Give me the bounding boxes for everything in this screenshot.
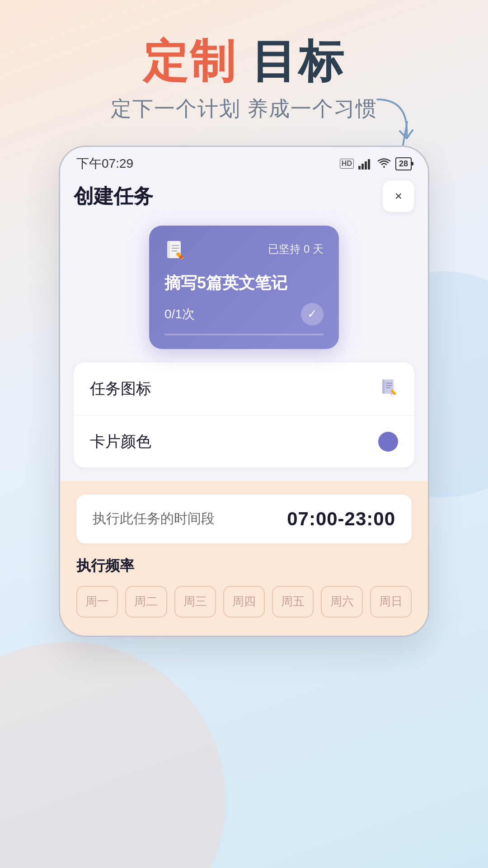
color-row[interactable]: 卡片颜色 [74,416,414,467]
weekday-btn-1[interactable]: 周二 [125,586,167,618]
color-swatch [378,432,398,452]
page-title: 创建任务 [74,183,153,210]
wifi-icon [377,158,391,169]
weekdays-row: 周一周二周三周四周五周六周日 [76,586,412,618]
weekday-btn-0[interactable]: 周一 [76,586,118,618]
header-area: 定制 目标 定下一个计划 养成一个习惯 [111,36,378,123]
svg-rect-2 [365,161,367,170]
color-row-label: 卡片颜色 [90,431,151,452]
svg-rect-12 [382,379,385,394]
signal-icon [358,158,373,170]
task-card-icon [164,239,186,265]
status-bar: 下午07:29 HD 28 [60,147,428,176]
svg-rect-1 [361,164,364,170]
notebook-preview-icon [380,378,398,396]
task-card-name: 摘写5篇英文笔记 [164,273,324,294]
title-red-part: 定制 [143,36,237,86]
task-card: 已坚持 0 天 摘写5篇英文笔记 0/1次 ✓ [149,226,339,349]
bottom-sheet: 执行此任务的时间段 07:00-23:00 执行频率 周一周二周三周四周五周六周… [60,481,428,636]
notebook-icon [164,239,186,261]
main-title: 定制 目标 [111,36,378,86]
icon-preview [380,378,398,400]
color-row-value [378,432,398,452]
time-row-card[interactable]: 执行此任务的时间段 07:00-23:00 [76,495,412,543]
time-row-label: 执行此任务的时间段 [93,509,215,528]
time-row-value: 07:00-23:00 [287,508,395,530]
status-time: 下午07:29 [76,155,133,172]
battery-icon: 28 [395,157,412,170]
phone-mockup: 下午07:29 HD 28 [59,146,429,637]
svg-rect-0 [358,166,361,170]
task-card-progress [164,334,324,335]
icon-row-value [380,378,398,400]
icon-row[interactable]: 任务图标 [74,363,414,416]
hd-icon: HD [340,159,354,169]
page-header: 创建任务 × [74,180,414,212]
task-card-count: 0/1次 [164,306,195,323]
page-wrapper: 定制 目标 定下一个计划 养成一个习惯 下午07:29 HD [0,0,488,868]
weekday-btn-4[interactable]: 周五 [272,586,314,618]
title-dark-part: 目标 [251,36,345,86]
task-card-top: 已坚持 0 天 [164,239,324,265]
weekday-btn-5[interactable]: 周六 [321,586,362,618]
subtitle: 定下一个计划 养成一个习惯 [111,95,378,123]
svg-rect-5 [167,241,170,258]
task-card-check: ✓ [301,303,324,326]
weekday-btn-2[interactable]: 周三 [174,586,216,618]
freq-title: 执行频率 [76,556,412,576]
weekday-btn-3[interactable]: 周四 [223,586,265,618]
settings-list: 任务图标 [74,363,414,467]
task-card-days: 已坚持 0 天 [268,242,324,256]
icon-row-label: 任务图标 [90,378,151,399]
weekday-btn-6[interactable]: 周日 [370,586,412,618]
task-card-bottom: 0/1次 ✓ [164,303,324,326]
arrow-decoration [373,95,413,149]
close-button[interactable]: × [383,180,414,212]
app-content: 创建任务 × [60,176,428,481]
svg-rect-3 [368,159,370,170]
task-card-wrapper: 已坚持 0 天 摘写5篇英文笔记 0/1次 ✓ [74,226,414,349]
status-icons: HD 28 [340,157,412,170]
